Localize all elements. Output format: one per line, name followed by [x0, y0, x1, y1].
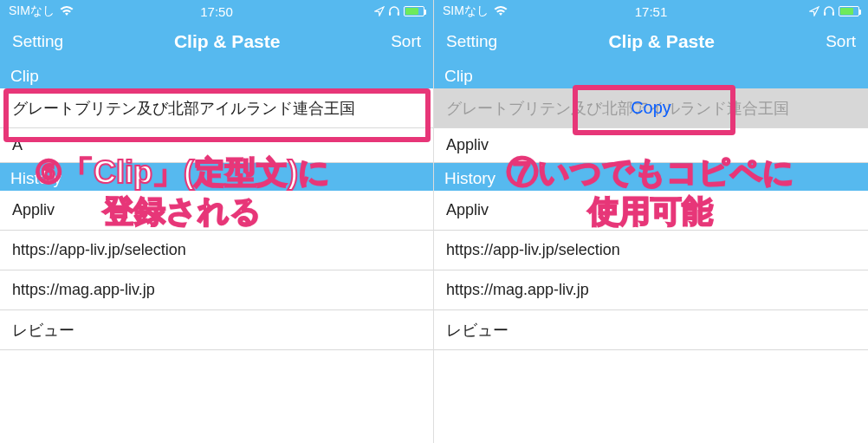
history-row[interactable]: https://mag.app-liv.jp	[0, 270, 433, 310]
history-item-text: https://mag.app-liv.jp	[446, 281, 589, 299]
phone-screenshot-left: SIMなし 17:50 Setting Clip & Paste Sort	[0, 0, 434, 443]
svg-rect-2	[824, 12, 826, 16]
location-icon	[374, 6, 385, 16]
location-icon	[809, 6, 819, 16]
history-item-text: Appliv	[12, 201, 55, 219]
sort-button[interactable]: Sort	[391, 32, 421, 51]
copy-button-label: Copy	[631, 98, 671, 118]
battery-icon	[839, 6, 859, 16]
history-item-text: https://app-liv.jp/selection	[12, 241, 186, 259]
history-row[interactable]: レビュー	[434, 310, 868, 350]
history-item-text: レビュー	[12, 320, 74, 341]
wifi-icon	[60, 6, 74, 16]
svg-rect-3	[832, 12, 834, 16]
history-item-text: https://app-liv.jp/selection	[446, 241, 620, 259]
battery-icon	[404, 6, 424, 16]
clip-item-text: A	[12, 136, 23, 154]
section-header-clip: Clip	[434, 61, 868, 88]
headphones-icon	[388, 6, 400, 16]
section-header-clip: Clip	[0, 61, 433, 88]
setting-button[interactable]: Setting	[12, 32, 63, 51]
copy-popup[interactable]: Copy	[631, 88, 671, 127]
history-row[interactable]: Appliv	[434, 191, 868, 231]
page-title: Clip & Paste	[174, 31, 281, 52]
sim-label: SIMなし	[9, 3, 55, 19]
history-item-text: レビュー	[446, 320, 508, 341]
svg-rect-0	[389, 12, 391, 16]
setting-button[interactable]: Setting	[446, 32, 497, 51]
status-bar: SIMなし 17:51	[434, 0, 868, 23]
clip-row[interactable]: グレートブリテン及び北部アイルランド連合王国 Copy	[434, 88, 868, 128]
section-header-history: History	[434, 163, 868, 191]
clip-row[interactable]: A	[0, 128, 433, 163]
navigation-bar: Setting Clip & Paste Sort	[0, 23, 433, 61]
clip-item-text: グレートブリテン及び北部アイルランド連合王国	[12, 98, 355, 119]
sim-label: SIMなし	[443, 3, 489, 19]
navigation-bar: Setting Clip & Paste Sort	[434, 23, 868, 61]
history-row[interactable]: https://mag.app-liv.jp	[434, 270, 868, 310]
section-label: History	[444, 169, 496, 188]
sort-button[interactable]: Sort	[826, 32, 856, 51]
clip-row[interactable]: Appliv	[434, 128, 868, 163]
history-row[interactable]: https://app-liv.jp/selection	[434, 231, 868, 270]
svg-rect-1	[398, 12, 399, 16]
section-label: History	[10, 169, 62, 188]
wifi-icon	[494, 6, 508, 16]
history-item-text: https://mag.app-liv.jp	[12, 281, 155, 299]
history-row[interactable]: レビュー	[0, 310, 433, 350]
page-title: Clip & Paste	[608, 31, 715, 52]
phone-screenshot-right: SIMなし 17:51 Setting Clip & Paste Sort	[434, 0, 868, 443]
clip-item-text: Appliv	[446, 136, 489, 154]
headphones-icon	[823, 6, 835, 16]
history-row[interactable]: Appliv	[0, 191, 433, 231]
section-label: Clip	[10, 67, 39, 86]
clip-item-text: グレートブリテン及び北部アイルランド連合王国	[446, 98, 789, 119]
clip-row[interactable]: グレートブリテン及び北部アイルランド連合王国	[0, 88, 433, 128]
history-item-text: Appliv	[446, 201, 489, 219]
status-bar: SIMなし 17:50	[0, 0, 433, 23]
section-header-history: History	[0, 163, 433, 191]
section-label: Clip	[444, 67, 473, 86]
history-row[interactable]: https://app-liv.jp/selection	[0, 231, 433, 270]
